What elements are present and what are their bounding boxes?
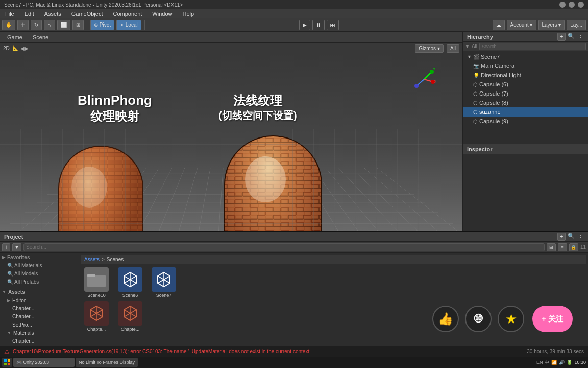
- menu-assets[interactable]: Assets: [42, 11, 63, 17]
- hierarchy-search-btn[interactable]: 🔍: [568, 33, 575, 40]
- toolbar-rotate[interactable]: ↻: [31, 20, 42, 30]
- svg-rect-24: [225, 136, 322, 231]
- breadcrumb-sep1: >: [102, 257, 105, 262]
- taskbar-unity[interactable]: 🎮 Unity 2020.3: [13, 358, 75, 367]
- tree-mat-chapter1[interactable]: Chapter...: [0, 337, 79, 345]
- menu-edit[interactable]: Edit: [22, 11, 36, 17]
- hierarchy-menu-btn[interactable]: ⋮: [577, 33, 584, 40]
- hierarchy-all-label: All: [472, 43, 477, 49]
- folder-svg: [87, 272, 106, 287]
- collab-btn[interactable]: ☁: [493, 20, 505, 30]
- scene6-label: Scene6: [122, 293, 138, 298]
- sep1: [87, 20, 87, 30]
- asset-material2[interactable]: Chapte...: [115, 301, 145, 332]
- hier-item-maincamera[interactable]: 📷 Main Camera: [463, 61, 588, 71]
- inspector-title: Inspector: [467, 146, 493, 152]
- toolbar-scale[interactable]: ⤡: [44, 20, 55, 30]
- project-search-btn[interactable]: 🔍: [568, 233, 575, 240]
- menu-component[interactable]: Component: [111, 11, 144, 17]
- tree-editor[interactable]: ▶Editor: [0, 296, 79, 304]
- social-overlay: 👍 ⑩ ★ + 关注: [430, 306, 573, 332]
- proj-tool-view1[interactable]: ⊞: [547, 243, 556, 251]
- layout-btn[interactable]: Lay...: [567, 20, 586, 30]
- svg-rect-9: [59, 146, 143, 231]
- hierarchy-search-input[interactable]: [479, 43, 586, 50]
- unity-logo-svg2: [155, 270, 173, 289]
- toolbar-move[interactable]: ✛: [17, 20, 29, 30]
- like-button[interactable]: 👍: [432, 306, 459, 332]
- pause-button[interactable]: ⏸: [312, 20, 325, 30]
- hier-item-suzanne[interactable]: ⬡ suzanne: [463, 107, 588, 117]
- hier-item-capsule6[interactable]: ⬡ Capsule (6): [463, 80, 588, 89]
- aspect-arrows: ◀▶: [20, 45, 29, 51]
- play-button[interactable]: ▶: [299, 20, 310, 30]
- project-menu-btn[interactable]: ⋮: [577, 233, 584, 240]
- local-toggle[interactable]: ⚬ Local: [116, 20, 141, 30]
- pivot-toggle[interactable]: ⊕ Pivot: [90, 20, 114, 30]
- gizmos-dropdown[interactable]: Gizmos ▾: [415, 44, 444, 53]
- tree-all-models[interactable]: 🔍All Models: [0, 269, 79, 278]
- tray-sound[interactable]: 🔊: [559, 360, 565, 365]
- like-icon: 👍: [438, 312, 453, 326]
- scene10-label: Scene10: [87, 293, 106, 298]
- menu-file[interactable]: File: [3, 11, 16, 17]
- maximize-btn[interactable]: [569, 2, 575, 8]
- minimize-btn[interactable]: [559, 2, 566, 8]
- tree-materials[interactable]: ▼Materials: [0, 329, 79, 337]
- window-controls[interactable]: [559, 2, 584, 8]
- tray-time: 10:30: [574, 360, 586, 365]
- toolbar-hand[interactable]: ✋: [2, 20, 15, 30]
- hier-item-capsule9[interactable]: ⬡ Capsule (9): [463, 117, 588, 126]
- asset-scene7[interactable]: Scene7: [149, 267, 179, 298]
- proj-tool-view2[interactable]: ≡: [558, 243, 567, 251]
- menu-gameobject[interactable]: GameObject: [69, 11, 105, 17]
- tree-all-materials[interactable]: 🔍All Materials: [0, 261, 79, 269]
- svg-rect-55: [8, 359, 10, 362]
- hier-item-capsule7[interactable]: ⬡ Capsule (7): [463, 89, 588, 98]
- tab-game[interactable]: Game: [3, 34, 27, 41]
- follow-button[interactable]: + 关注: [532, 306, 573, 332]
- material2-label: Chapte...: [121, 327, 140, 332]
- asset-material1[interactable]: Chapte...: [81, 301, 112, 332]
- step-button[interactable]: ⏭: [327, 20, 339, 30]
- scene-content: BlinnPhong 纹理映射 法线纹理 (切线空间下设置): [0, 54, 462, 231]
- tab-scene[interactable]: Scene: [29, 34, 53, 41]
- all-dropdown[interactable]: All: [447, 44, 459, 53]
- close-btn[interactable]: [578, 2, 584, 8]
- taskbar-frames[interactable]: No Limit To Frames Display: [76, 358, 138, 367]
- hier-item-capsule8[interactable]: ⬡ Capsule (8): [463, 98, 588, 107]
- toolbar-transform[interactable]: ⊞: [72, 20, 84, 30]
- project-add-btn[interactable]: +: [557, 233, 566, 241]
- asset-scene10[interactable]: Scene10: [81, 267, 112, 298]
- hier-item-scene7[interactable]: ▼ 🎬 Scene7: [463, 52, 588, 61]
- coin-button[interactable]: ⑩: [465, 306, 492, 332]
- breadcrumb-scenes: Scenes: [107, 257, 124, 262]
- star-button[interactable]: ★: [498, 306, 524, 332]
- account-btn[interactable]: Account ▾: [507, 20, 536, 30]
- proj-toolbar-add[interactable]: +: [2, 243, 10, 251]
- hier-item-dirlight[interactable]: 💡 Directional Light: [463, 71, 588, 80]
- toolbar-rect[interactable]: ⬜: [57, 20, 70, 30]
- menu-help[interactable]: Help: [180, 11, 196, 17]
- tree-chapter1[interactable]: Chapter...: [0, 304, 79, 312]
- svg-rect-23: [225, 136, 322, 231]
- tree-chapter2[interactable]: Chapter...: [0, 312, 79, 320]
- statusbar-time: 30 hours, 39 min 33 secs: [527, 349, 584, 354]
- proj-tool-lock[interactable]: 🔒: [569, 243, 578, 251]
- layers-btn[interactable]: Layers ▾: [538, 20, 565, 30]
- project-tree: ▶ Favorites 🔍All Materials 🔍All Models 🔍…: [0, 253, 79, 354]
- tray-lang[interactable]: EN: [536, 360, 543, 365]
- proj-toolbar-filter[interactable]: ▼: [12, 243, 21, 251]
- tray-wifi[interactable]: 📶: [551, 360, 557, 365]
- tree-setpro[interactable]: SetPro...: [0, 320, 79, 329]
- scene-panel[interactable]: Game Scene 2D 📐 ◀▶ Gizmos ▾ All BlinnPho…: [0, 32, 463, 231]
- project-search-input[interactable]: [23, 243, 545, 251]
- asset-scene6[interactable]: Scene6: [115, 267, 145, 298]
- menu-window[interactable]: Window: [150, 11, 174, 17]
- taskbar-start[interactable]: [2, 358, 12, 367]
- tray-battery[interactable]: 🔋: [567, 360, 572, 365]
- breadcrumb-assets[interactable]: Assets: [84, 257, 100, 262]
- bottom-layout: Project + 🔍 ⋮ + ▼ ⊞ ≡ 🔒 11 ▶ Favorites: [0, 231, 588, 354]
- hierarchy-add-btn[interactable]: +: [557, 33, 566, 41]
- tree-all-prefabs[interactable]: 🔍All Prefabs: [0, 278, 79, 286]
